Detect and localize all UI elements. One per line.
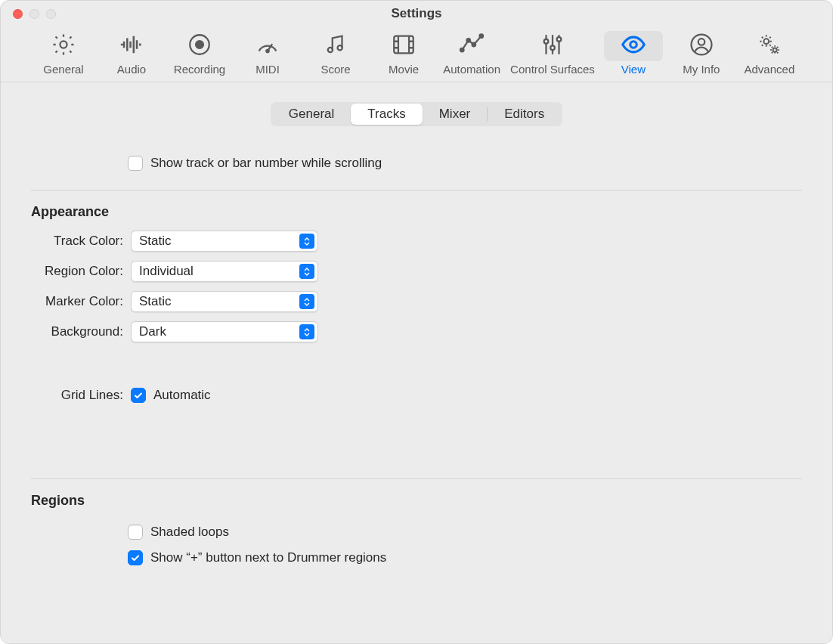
tab-label: Automation — [443, 63, 500, 76]
svg-point-0 — [60, 41, 67, 48]
svg-point-16 — [698, 39, 705, 45]
tab-midi[interactable]: MIDI — [234, 29, 302, 77]
midi-gauge-icon — [255, 32, 280, 61]
subtab-control: General Tracks Mixer Editors — [271, 102, 562, 126]
window-controls — [1, 9, 56, 19]
row-region-color: Region Color: Individual — [31, 261, 802, 282]
divider — [31, 478, 802, 479]
row-background: Background: Dark — [31, 321, 802, 342]
svg-point-2 — [196, 41, 203, 48]
checkbox-show-track-bar[interactable] — [128, 156, 143, 171]
tab-label: Movie — [389, 63, 419, 76]
row-shaded-loops: Shaded loops — [31, 519, 802, 545]
select-value: Static — [139, 234, 172, 249]
tab-control-surfaces[interactable]: Control Surfaces — [506, 29, 599, 77]
select-value: Static — [139, 294, 172, 309]
divider — [31, 190, 802, 190]
preferences-toolbar: General Audio Recording MIDI Score — [1, 26, 832, 82]
checkbox-shaded-loops[interactable] — [128, 525, 143, 540]
row-show-plus-drummer: Show “+” button next to Drummer regions — [31, 545, 802, 571]
row-track-color: Track Color: Static — [31, 231, 802, 252]
subtab-mixer[interactable]: Mixer — [423, 104, 488, 125]
select-value: Dark — [139, 324, 166, 339]
svg-point-13 — [557, 37, 562, 42]
tab-my-info[interactable]: My Info — [667, 29, 735, 77]
select-value: Individual — [139, 264, 194, 279]
tab-label: General — [43, 63, 83, 76]
select-stepper-icon — [299, 324, 314, 339]
tab-audio[interactable]: Audio — [98, 29, 166, 77]
svg-point-8 — [467, 39, 471, 42]
select-marker-color[interactable]: Static — [131, 291, 318, 312]
select-track-color[interactable]: Static — [131, 231, 318, 252]
content-area: General Tracks Mixer Editors Show track … — [1, 82, 832, 643]
settings-window: Settings General Audio Recording MI — [0, 0, 833, 644]
label-shaded-loops: Shaded loops — [150, 525, 229, 540]
label-show-plus-drummer: Show “+” button next to Drummer regions — [150, 550, 386, 565]
person-circle-icon — [689, 32, 714, 61]
label-track-color: Track Color: — [31, 234, 131, 249]
eye-icon — [621, 32, 646, 61]
select-region-color[interactable]: Individual — [131, 261, 318, 282]
sliders-icon — [540, 32, 565, 61]
label-marker-color: Marker Color: — [31, 294, 131, 309]
label-region-color: Region Color: — [31, 264, 131, 279]
label-grid-lines: Grid Lines: — [31, 388, 131, 403]
svg-point-5 — [338, 45, 342, 50]
svg-point-11 — [544, 39, 549, 43]
tab-movie[interactable]: Movie — [370, 29, 438, 77]
close-window-button[interactable] — [13, 9, 23, 19]
settings-panel: Show track or bar number while scrolling… — [14, 138, 819, 630]
section-appearance-title: Appearance — [31, 204, 802, 220]
tab-automation[interactable]: Automation — [438, 29, 506, 77]
svg-point-3 — [266, 49, 268, 51]
select-stepper-icon — [299, 264, 314, 279]
svg-point-12 — [550, 45, 555, 50]
tab-general[interactable]: General — [29, 29, 98, 77]
label-show-track-bar: Show track or bar number while scrolling — [150, 156, 382, 171]
tab-label: Score — [321, 63, 350, 76]
minimize-window-button[interactable] — [29, 9, 39, 19]
section-regions-title: Regions — [31, 493, 802, 509]
automation-curve-icon — [459, 32, 485, 61]
subtab-tracks[interactable]: Tracks — [351, 104, 422, 125]
tab-view[interactable]: View — [599, 29, 667, 77]
row-grid-lines: Grid Lines: Automatic — [31, 388, 802, 403]
titlebar: Settings — [1, 1, 832, 26]
subtab-editors[interactable]: Editors — [488, 104, 561, 125]
tab-label: Control Surfaces — [510, 63, 595, 76]
waveform-icon — [119, 32, 144, 61]
tab-score[interactable]: Score — [302, 29, 370, 77]
svg-point-4 — [328, 47, 333, 51]
tab-label: View — [621, 63, 646, 76]
select-stepper-icon — [299, 234, 314, 249]
svg-point-7 — [460, 48, 464, 51]
zoom-window-button[interactable] — [46, 9, 56, 19]
row-marker-color: Marker Color: Static — [31, 291, 802, 312]
tab-recording[interactable]: Recording — [166, 29, 234, 77]
row-show-track-bar: Show track or bar number while scrolling — [31, 150, 802, 176]
label-background: Background: — [31, 324, 131, 339]
music-notes-icon — [323, 32, 348, 61]
window-title: Settings — [1, 6, 832, 21]
svg-point-18 — [773, 48, 776, 51]
checkbox-grid-lines[interactable] — [131, 388, 146, 403]
svg-point-17 — [763, 39, 769, 44]
film-icon — [391, 32, 416, 61]
gears-icon — [757, 32, 782, 61]
tab-label: Audio — [117, 63, 146, 76]
record-icon — [187, 32, 212, 61]
tab-label: MIDI — [255, 63, 280, 76]
tab-label: Recording — [174, 63, 225, 76]
svg-point-14 — [630, 41, 637, 48]
gear-icon — [51, 32, 76, 61]
subtab-general[interactable]: General — [272, 104, 351, 125]
select-stepper-icon — [299, 294, 314, 309]
select-background[interactable]: Dark — [131, 321, 318, 342]
checkbox-show-plus-drummer[interactable] — [128, 550, 143, 565]
svg-rect-6 — [394, 36, 413, 53]
tab-label: Advanced — [745, 63, 795, 76]
tab-label: My Info — [683, 63, 720, 76]
svg-point-10 — [480, 34, 484, 38]
tab-advanced[interactable]: Advanced — [735, 29, 804, 77]
